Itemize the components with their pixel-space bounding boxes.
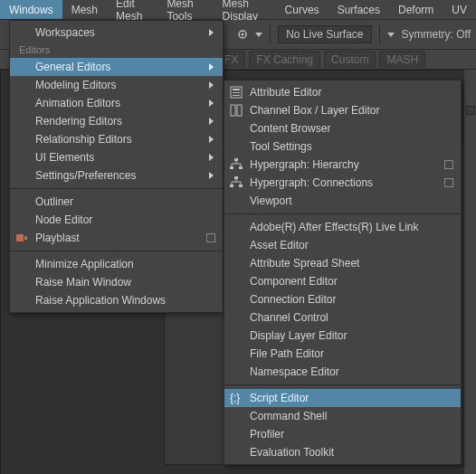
shelf-tab-fx-caching[interactable]: FX Caching [249, 51, 320, 68]
menubar-item-edit-mesh[interactable]: Edit Mesh [107, 0, 157, 19]
option-box-icon[interactable] [206, 233, 215, 242]
menu-item-raise-main-window[interactable]: Raise Main Window [10, 273, 223, 291]
snap-icon[interactable] [237, 29, 248, 40]
svg-rect-6 [233, 92, 240, 93]
live-surface-dropdown[interactable]: No Live Surface [278, 25, 371, 43]
svg-rect-7 [233, 95, 240, 96]
menu-item-general-editors[interactable]: General Editors [10, 58, 223, 76]
menu-item-label: Minimize Application [35, 258, 134, 270]
chevron-down-icon[interactable] [255, 33, 262, 37]
menu-item-ui-elements[interactable]: UI Elements [10, 148, 223, 166]
submenu-item-label: Profiler [250, 428, 284, 441]
menubar-item-windows[interactable]: Windows [0, 0, 62, 19]
svg-rect-9 [237, 105, 242, 116]
submenu-item-file-path-editor[interactable]: File Path Editor [224, 345, 461, 363]
menu-item-playblast[interactable]: Playblast [10, 229, 223, 247]
svg-rect-11 [230, 166, 233, 169]
submenu-item-channel-control[interactable]: Channel Control [224, 308, 461, 327]
menu-item-workspaces[interactable]: Workspaces [10, 24, 223, 42]
submenu-item-label: Component Editor [250, 275, 338, 288]
menu-item-label: Modeling Editors [35, 79, 116, 91]
submenu-item-label: Tool Settings [250, 140, 312, 153]
chevron-right-icon [209, 100, 214, 107]
submenu-item-attribute-spread-sheet[interactable]: Attribute Spread Sheet [224, 254, 461, 272]
hypergraph-icon [228, 156, 244, 173]
submenu-item-asset-editor[interactable]: Asset Editor [224, 236, 461, 254]
chevron-right-icon [209, 29, 214, 36]
separator [270, 25, 271, 43]
submenu-item-channel-box[interactable]: Channel Box / Layer Editor [224, 101, 461, 119]
submenu-item-tool-settings[interactable]: Tool Settings [224, 137, 461, 156]
option-box-icon[interactable] [444, 178, 453, 187]
menu-item-modeling-editors[interactable]: Modeling Editors [10, 76, 223, 94]
menubar-item-curves[interactable]: Curves [276, 0, 328, 19]
option-box-icon[interactable] [444, 160, 453, 169]
general-editors-submenu: Attribute Editor Channel Box / Layer Edi… [224, 80, 462, 465]
playblast-icon [15, 232, 28, 244]
menu-item-label: Raise Main Window [35, 276, 131, 289]
submenu-item-component-editor[interactable]: Component Editor [224, 272, 461, 290]
menu-item-label: General Editors [35, 61, 110, 73]
submenu-item-label: Display Layer Editor [250, 329, 347, 342]
svg-rect-3 [24, 236, 27, 240]
submenu-item-label: Attribute Editor [250, 86, 321, 99]
submenu-item-label: Asset Editor [250, 239, 309, 251]
menu-separator [10, 251, 223, 251]
separator [379, 25, 380, 43]
menu-item-label: Animation Editors [35, 97, 120, 109]
svg-rect-8 [231, 105, 235, 116]
svg-point-1 [242, 33, 244, 36]
menubar-item-surfaces[interactable]: Surfaces [328, 0, 389, 19]
submenu-item-viewport[interactable]: Viewport [224, 192, 461, 210]
submenu-item-display-layer-editor[interactable]: Display Layer Editor [224, 327, 461, 345]
attribute-editor-icon [228, 84, 244, 100]
menu-item-animation-editors[interactable]: Animation Editors [10, 94, 223, 112]
submenu-item-label: Viewport [250, 194, 291, 207]
menu-item-outliner[interactable]: Outliner [10, 193, 223, 211]
menu-item-minimize-application[interactable]: Minimize Application [10, 255, 223, 273]
shelf-tab-custom[interactable]: Custom [324, 51, 376, 68]
submenu-item-hypergraph-connections[interactable]: Hypergraph: Connections [224, 174, 461, 192]
submenu-item-connection-editor[interactable]: Connection Editor [224, 290, 461, 308]
script-editor-icon: {;} [228, 390, 244, 406]
submenu-item-label: Connection Editor [250, 293, 336, 306]
windows-menu: Workspaces Editors General Editors Model… [9, 20, 224, 313]
submenu-item-ae-live-link[interactable]: Adobe(R) After Effects(R) Live Link [224, 218, 461, 236]
submenu-item-namespace-editor[interactable]: Namespace Editor [224, 363, 461, 381]
chevron-right-icon [209, 81, 214, 89]
symmetry-dropdown[interactable]: Symmetry: Off [402, 28, 471, 41]
shelf-tab-mash[interactable]: MASH [379, 51, 425, 68]
submenu-item-command-shell[interactable]: Command Shell [224, 407, 461, 425]
menu-item-label: Playblast [35, 232, 80, 244]
menubar-item-mesh[interactable]: Mesh [62, 0, 107, 19]
submenu-item-label: Command Shell [250, 410, 327, 422]
menubar-item-uv[interactable]: UV [443, 0, 476, 19]
submenu-item-content-browser[interactable]: Content Browser [224, 119, 461, 137]
menu-item-label: Relationship Editors [35, 133, 132, 146]
menu-item-label: Node Editor [35, 213, 92, 226]
menubar-item-mesh-tools[interactable]: Mesh Tools [157, 0, 213, 19]
submenu-item-label: Attribute Spread Sheet [250, 257, 359, 270]
menu-item-label: Rendering Editors [35, 115, 122, 128]
sidebar-toggle-icon[interactable] [466, 106, 475, 115]
svg-rect-2 [16, 234, 24, 242]
submenu-item-profiler[interactable]: Profiler [224, 425, 461, 443]
chevron-down-icon[interactable] [387, 33, 395, 37]
chevron-right-icon [209, 63, 214, 71]
submenu-item-script-editor[interactable]: {;} Script Editor [224, 389, 461, 407]
menubar: Windows Mesh Edit Mesh Mesh Tools Mesh D… [0, 0, 476, 20]
menu-item-node-editor[interactable]: Node Editor [10, 211, 223, 229]
menu-separator [10, 188, 223, 189]
menubar-item-deform[interactable]: Deform [389, 0, 443, 19]
menu-item-settings-preferences[interactable]: Settings/Preferences [10, 166, 223, 185]
menu-item-raise-application-windows[interactable]: Raise Application Windows [10, 291, 223, 309]
submenu-item-label: Evaluation Toolkit [250, 446, 334, 459]
menu-item-relationship-editors[interactable]: Relationship Editors [10, 130, 223, 148]
menubar-item-mesh-display[interactable]: Mesh Display [214, 0, 276, 19]
submenu-item-evaluation-toolkit[interactable]: Evaluation Toolkit [224, 443, 461, 461]
submenu-item-attribute-editor[interactable]: Attribute Editor [224, 83, 461, 101]
submenu-item-hypergraph-hierarchy[interactable]: Hypergraph: Hierarchy [224, 156, 461, 174]
menu-item-rendering-editors[interactable]: Rendering Editors [10, 112, 223, 130]
svg-rect-14 [230, 185, 233, 187]
channel-box-icon [228, 102, 244, 118]
